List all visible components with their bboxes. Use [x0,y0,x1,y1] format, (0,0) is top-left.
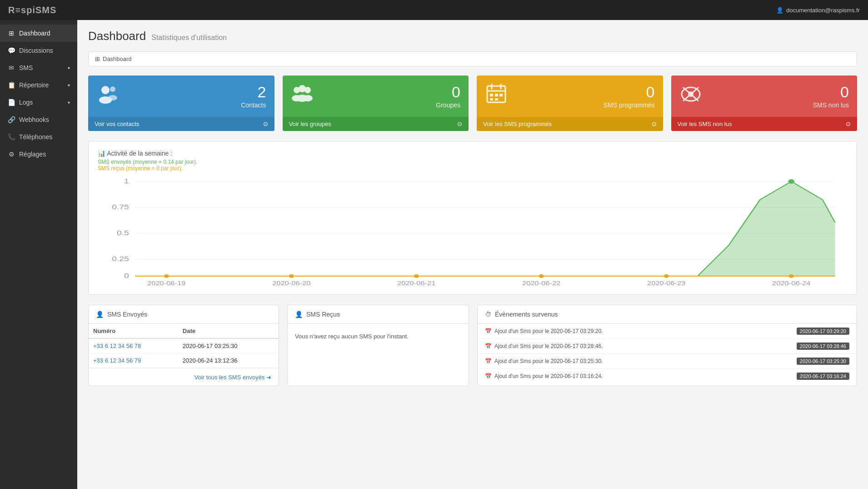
event-calendar-icon: 📅 [485,358,492,364]
sidebar-item-repertoire[interactable]: 📋 Répertoire ▾ [0,76,77,94]
svg-point-22 [688,91,693,97]
event-desc: 📅 Ajout d'un Sms pour le 2020-06-17 03:2… [485,328,792,334]
event-badge: 2020-06-17 03:29:20 [797,328,849,335]
sidebar-label-dashboard: Dashboard [19,30,50,37]
groups-footer[interactable]: Voir les groupes ⊙ [283,117,469,131]
groups-footer-arrow: ⊙ [457,121,462,127]
svg-rect-14 [490,94,493,96]
sms-sent-icon: 👤 [96,311,104,318]
svg-point-9 [297,95,308,102]
event-badge: 2020-06-17 03:25:30 [797,358,849,365]
webhooks-icon: 🔗 [7,116,15,123]
event-text: Ajout d'un Sms pour le 2020-06-17 03:16:… [494,373,603,379]
sms-recv-empty: Vous n'avez reçu aucun SMS pour l'instan… [288,324,469,349]
sidebar-item-webhooks[interactable]: 🔗 Webhooks [0,111,77,128]
svg-text:0: 0 [124,272,129,280]
stat-card-groups: 0 Groupes Voir les groupes ⊙ [283,76,469,131]
contacts-footer-arrow: ⊙ [263,121,268,127]
event-item: 📅 Ajout d'un Sms pour le 2020-06-17 03:1… [478,369,857,383]
page-header: Dashboard Statistiques d'utilisation [88,29,857,43]
event-calendar-icon: 📅 [485,328,492,334]
event-desc: 📅 Ajout d'un Sms pour le 2020-06-17 03:1… [485,373,792,379]
svg-text:2020-06-23: 2020-06-23 [647,280,685,286]
sms-number[interactable]: +33 6 12 34 56 79 [89,353,178,368]
user-icon: 👤 [776,7,783,14]
sidebar-label-logs: Logs [19,99,33,106]
repertoire-dropdown-arrow: ▾ [68,83,70,88]
panel-sms-sent: 👤 SMS Envoyés Numéro Date +33 6 12 34 56… [88,305,279,386]
col-date: Date [178,324,279,338]
svg-point-43 [414,274,419,278]
svg-point-0 [101,86,110,94]
svg-text:2020-06-19: 2020-06-19 [147,280,185,286]
breadcrumb-label: Dashboard [103,55,132,62]
event-text: Ajout d'un Sms pour le 2020-06-17 03:25:… [494,358,603,364]
events-title: Évènements survenus [495,311,558,318]
contacts-footer[interactable]: Voir vos contacts ⊙ [88,117,274,131]
sms-unread-footer[interactable]: Voir les SMS non lus ⊙ [671,117,858,131]
sms-number-link[interactable]: +33 6 12 34 56 79 [93,357,141,364]
events-list: 📅 Ajout d'un Sms pour le 2020-06-17 03:2… [478,324,857,383]
sidebar-item-sms[interactable]: ✉ SMS ▾ [0,59,77,76]
event-desc: 📅 Ajout d'un Sms pour le 2020-06-17 03:2… [485,343,792,349]
activity-chart-icon: 📊 [98,150,105,157]
sms-programmed-footer[interactable]: Voir les SMS programmés ⊙ [477,117,663,131]
svg-text:1: 1 [124,178,129,185]
sms-sent-footer[interactable]: Voir tous les SMS envoyés ➜ [89,368,279,386]
event-desc: 📅 Ajout d'un Sms pour le 2020-06-17 03:2… [485,358,792,364]
activity-title-text: Activité de la semaine : [107,150,172,157]
svg-rect-17 [490,98,493,101]
event-calendar-icon: 📅 [485,343,492,349]
svg-text:2020-06-24: 2020-06-24 [772,280,810,286]
page-title: Dashboard [88,29,146,43]
event-calendar-icon: 📅 [485,373,492,379]
dashboard-icon: ⊞ [7,30,15,37]
svg-rect-16 [499,94,503,96]
svg-rect-15 [495,94,498,96]
logs-icon: 📄 [7,99,15,106]
panel-events: ⏱ Évènements survenus 📅 Ajout d'un Sms p… [477,305,857,386]
sms-programmed-footer-label: Voir les SMS programmés [483,121,552,127]
stat-card-contacts: 2 Contacts Voir vos contacts ⊙ [88,76,274,131]
sms-recv-title: SMS Reçus [306,311,340,318]
sidebar-item-telephones[interactable]: 📞 Téléphones [0,128,77,146]
sms-date: 2020-06-24 13:12:36 [178,353,279,368]
contacts-footer-label: Voir vos contacts [95,121,139,127]
brand-logo: R≡spiSMS [8,5,56,15]
sms-unread-footer-label: Voir les SMS non lus [678,121,732,127]
sidebar-label-reglages: Réglages [19,151,46,158]
user-menu[interactable]: 👤 documentation@raspisms.fr [776,7,860,14]
discussions-icon: 💬 [7,47,15,54]
sms-dropdown-arrow: ▾ [68,66,70,71]
sidebar-item-dashboard[interactable]: ⊞ Dashboard [0,25,77,42]
view-all-sms-link[interactable]: Voir tous les SMS envoyés ➜ [195,374,271,381]
sms-unread-footer-arrow: ⊙ [846,121,851,127]
sidebar-item-discussions[interactable]: 💬 Discussions [0,42,77,59]
repertoire-icon: 📋 [7,81,15,89]
breadcrumb-icon: ⊞ [95,55,100,62]
sidebar-item-logs[interactable]: 📄 Logs ▾ [0,94,77,111]
sidebar-label-repertoire: Répertoire [19,81,49,89]
svg-point-45 [664,274,669,278]
panel-sms-recv: 👤 SMS Reçus Vous n'avez reçu aucun SMS p… [287,305,469,386]
svg-rect-18 [495,98,498,101]
event-badge: 2020-06-17 03:28:46 [797,343,849,350]
sidebar-item-reglages[interactable]: ⚙ Réglages [0,146,77,163]
stat-card-sms-programmed: 0 SMS programmés Voir les SMS programmés… [477,76,663,131]
svg-point-2 [110,86,115,92]
event-text: Ajout d'un Sms pour le 2020-06-17 03:29:… [494,328,603,334]
sms-number[interactable]: +33 6 12 34 56 78 [89,338,178,353]
svg-text:0.25: 0.25 [112,256,129,263]
svg-point-40 [788,179,794,184]
breadcrumb: ⊞ Dashboard [88,51,857,66]
sms-number-link[interactable]: +33 6 12 34 56 78 [93,343,141,349]
telephones-icon: 📞 [7,133,15,141]
table-row: +33 6 12 34 56 79 2020-06-24 13:12:36 [89,353,279,368]
col-numero: Numéro [89,324,178,338]
sms-sent-table: Numéro Date +33 6 12 34 56 78 2020-06-17… [89,324,279,368]
svg-point-42 [289,274,294,278]
event-item: 📅 Ajout d'un Sms pour le 2020-06-17 03:2… [478,354,857,369]
reglages-icon: ⚙ [7,151,15,158]
contacts-card-icon [96,83,119,110]
topnav: R≡spiSMS 👤 documentation@raspisms.fr [0,0,868,20]
